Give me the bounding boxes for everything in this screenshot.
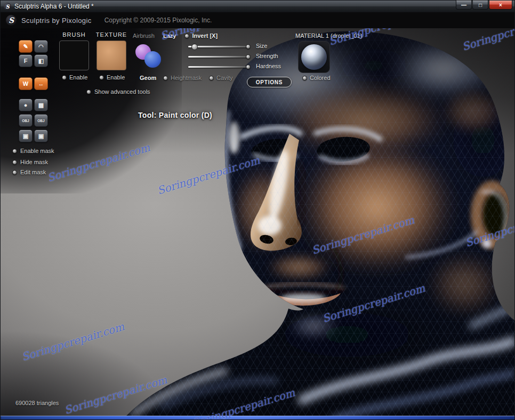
size-slider-track[interactable]: [188, 46, 248, 47]
size-slider-end-dot-icon: [246, 44, 251, 49]
geom-color-picker[interactable]: [135, 43, 164, 71]
sphere-icon: ●: [24, 102, 28, 108]
edit-mask-toggle[interactable]: Edit mask: [12, 169, 46, 175]
tool-status-text: Tool: Paint color (D): [138, 111, 212, 119]
flatten-button[interactable]: F: [19, 54, 33, 67]
hardness-slider-label: Hardness: [256, 63, 281, 69]
new-plane-button[interactable]: ▦: [34, 99, 48, 111]
plane-icon: ▦: [38, 102, 44, 109]
tool-grid-top: ✎ ◠ F ◧: [19, 40, 48, 67]
strength-slider-knob[interactable]: [246, 54, 251, 59]
save-as-icon: ▣: [38, 133, 44, 140]
minimize-icon: —: [461, 2, 466, 8]
invert-toggle[interactable]: Invert [X]: [184, 33, 218, 39]
sculptris-logo-icon: S: [6, 15, 17, 26]
window-titlebar[interactable]: S Sculptris Alpha 6 - Untitled * — □ ×: [1, 1, 514, 12]
brush-swatch[interactable]: [59, 41, 89, 70]
smooth-icon: ◧: [38, 58, 44, 64]
texture-enable-toggle[interactable]: Enable: [99, 74, 127, 80]
heightmask-label: Heightmask: [171, 75, 202, 81]
texture-swatch[interactable]: [96, 41, 126, 70]
texture-enable-label: Enable: [107, 74, 125, 80]
triangle-count: 690028 triangles: [15, 400, 59, 406]
crease-button[interactable]: ◠: [34, 40, 48, 53]
lazy-toggle[interactable]: Lazy: [163, 33, 176, 39]
symmetry-icon: ↔: [38, 80, 44, 87]
flatten-icon: F: [24, 58, 28, 64]
enable-mask-label: Enable mask: [20, 148, 54, 154]
show-advanced-tools-toggle[interactable]: Show advanced tools: [86, 88, 150, 95]
heightmask-dot-icon: [163, 76, 168, 80]
save-icon: ▣: [23, 133, 28, 140]
symmetry-button[interactable]: ↔: [34, 77, 48, 90]
smooth-button[interactable]: ◧: [34, 54, 48, 67]
close-button[interactable]: ×: [489, 1, 512, 10]
edit-mask-dot-icon: [12, 170, 17, 175]
maximize-button[interactable]: □: [472, 1, 488, 10]
hide-mask-toggle[interactable]: Hide mask: [12, 159, 48, 165]
copyright-text: Copyright © 2009-2015 Pixologic, Inc.: [104, 17, 212, 24]
app-icon-glyph: S: [5, 4, 9, 10]
wireframe-button[interactable]: W: [19, 77, 33, 90]
mode-labels: Airbrush Lazy Invert [X]: [133, 33, 218, 39]
import-obj-icon: OBJ: [22, 119, 29, 123]
import-obj-button[interactable]: OBJ: [19, 114, 33, 127]
paint-brush-button[interactable]: ✎: [19, 40, 33, 53]
viewport-3d[interactable]: ✎ ◠ F ◧ W ↔ ● ▦ OBJ OBJ ▣ ▣ Enable mask: [1, 28, 515, 420]
minimize-button[interactable]: —: [456, 1, 472, 10]
hide-mask-label: Hide mask: [20, 159, 48, 165]
heightmask-toggle[interactable]: Heightmask: [163, 75, 202, 81]
hide-mask-dot-icon: [12, 160, 17, 165]
advanced-label: Show advanced tools: [94, 88, 150, 95]
cavity-toggle[interactable]: Cavity: [209, 75, 233, 81]
new-sphere-button[interactable]: ●: [19, 99, 33, 111]
strength-slider-label: Strength: [256, 53, 278, 59]
airbrush-toggle[interactable]: Airbrush: [133, 33, 155, 39]
slider-group: Size Strength Hardness: [188, 42, 316, 72]
material-sphere-icon: [301, 44, 327, 70]
enable-mask-dot-icon: [12, 149, 17, 154]
application-window: S Sculptris Alpha 6 - Untitled * — □ × S…: [0, 0, 515, 420]
strength-slider-track[interactable]: [188, 56, 248, 58]
close-icon: ×: [499, 2, 502, 8]
export-obj-button[interactable]: OBJ: [34, 114, 48, 127]
app-header: S Sculptris by Pixologic Copyright © 200…: [1, 12, 514, 28]
edit-mask-label: Edit mask: [20, 169, 46, 175]
colored-label: Colored: [310, 75, 331, 81]
tool-grid-toggles: W ↔: [19, 77, 48, 90]
enable-mask-toggle[interactable]: Enable mask: [12, 148, 54, 154]
hardness-slider-track[interactable]: [188, 66, 248, 68]
options-button[interactable]: OPTIONS: [247, 77, 292, 87]
colored-toggle[interactable]: Colored: [302, 75, 331, 81]
paint-brush-icon: ✎: [23, 43, 28, 50]
brush-enable-dot-icon: [62, 75, 67, 80]
hardness-slider-knob[interactable]: [246, 64, 251, 69]
bottom-scrollbar[interactable]: [1, 416, 515, 420]
tool-grid-file: ● ▦ OBJ OBJ ▣ ▣: [19, 99, 48, 142]
strength-slider[interactable]: Strength: [188, 52, 316, 62]
invert-label: Invert [X]: [192, 33, 218, 39]
cavity-dot-icon: [209, 76, 214, 80]
size-slider-label: Size: [256, 43, 267, 49]
brush-panel-title: BRUSH: [58, 31, 90, 38]
texture-enable-dot-icon: [99, 75, 104, 80]
save-button[interactable]: ▣: [19, 130, 33, 142]
cavity-label: Cavity: [216, 75, 233, 81]
save-as-button[interactable]: ▣: [34, 130, 48, 142]
crease-icon: ◠: [38, 43, 44, 50]
maximize-icon: □: [479, 2, 482, 8]
invert-dot-icon: [184, 34, 189, 38]
texture-panel-title: TEXTURE: [95, 31, 127, 38]
size-slider[interactable]: Size: [188, 42, 316, 52]
material-preview[interactable]: [298, 41, 330, 73]
hardness-slider[interactable]: Hardness: [188, 62, 316, 72]
wireframe-icon: W: [23, 80, 28, 87]
window-title: Sculptris Alpha 6 - Untitled *: [14, 3, 94, 10]
size-slider-knob[interactable]: [191, 44, 198, 50]
brush-enable-toggle[interactable]: Enable: [62, 74, 90, 80]
brand-text: Sculptris by Pixologic: [21, 17, 92, 25]
material-title: MATERIAL 1 (droplet_01): [295, 33, 362, 39]
geom-mode-label[interactable]: Geom: [140, 75, 156, 81]
colored-dot-icon: [302, 76, 307, 80]
export-obj-icon: OBJ: [37, 119, 44, 123]
